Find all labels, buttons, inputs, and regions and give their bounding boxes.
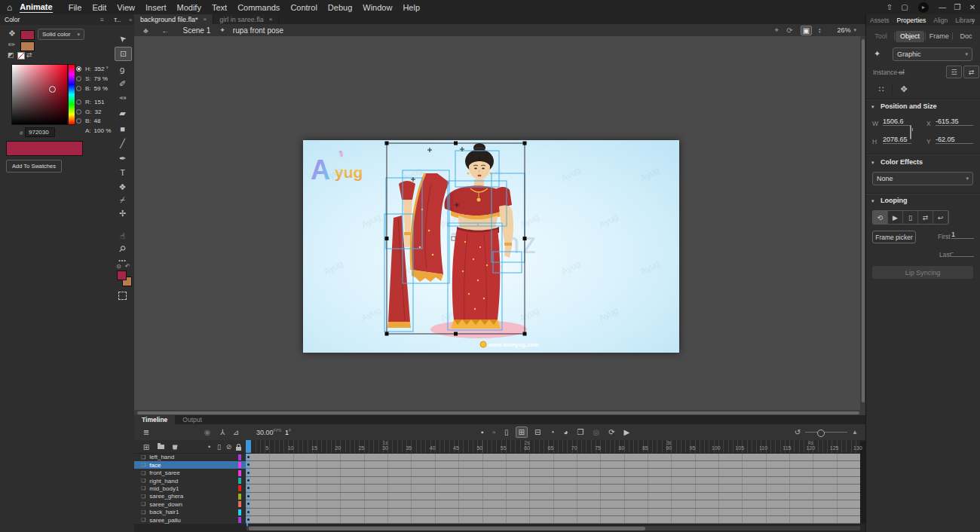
color-picker-marker[interactable] [49,86,56,93]
keyframe-cell[interactable] [246,500,250,507]
onion-skin-outlines-button[interactable]: ◕ [561,427,570,437]
layer-outline-color[interactable] [238,517,241,523]
delete-layer-button[interactable] [170,442,179,451]
keyframe-cell[interactable] [246,493,250,500]
subtab-frame[interactable]: Frame [926,31,951,42]
clip-content-button[interactable]: ▣ [801,26,812,35]
layer-outline-color[interactable] [238,478,241,484]
layer-frames-mid_body1[interactable] [246,485,860,492]
width-field[interactable]: 1506.6 [883,118,911,126]
play-once-button[interactable]: ▶ [888,211,903,224]
layer-name[interactable]: left_hand [149,454,174,460]
layer-frames-back_hair1[interactable] [246,509,860,516]
hsb-value[interactable]: 79 % [94,75,108,82]
canvas-pasteboard[interactable]: AyugAyugAyugAyugAyugAyugAyugAyugAyugAyug… [134,36,865,410]
layer-name[interactable]: back_hair1 [149,509,179,515]
layer-name[interactable]: saree_down [149,501,182,508]
hsb-radio[interactable] [76,76,81,81]
fill-color-swatch[interactable] [20,30,35,40]
subtab-doc[interactable]: Doc [954,31,978,42]
close-icon[interactable]: × [269,16,273,23]
document-tab[interactable]: background file.fla*× [134,14,213,24]
panel-tab-assets[interactable]: Assets [870,17,890,24]
zoom-stepper[interactable]: ▴▾ [819,27,821,33]
reset-timeline-zoom-button[interactable]: ↺ [795,428,801,436]
menu-file[interactable]: File [69,3,82,12]
rectangle-tool[interactable]: ■ [115,122,130,135]
line-tool[interactable]: ╱ [115,137,130,150]
rotation-icon[interactable]: ⟳ [786,26,792,35]
rgba-value[interactable]: 48 [94,118,101,124]
frame-picker-button[interactable]: Frame picker [872,231,916,243]
rgba-radio[interactable] [76,118,81,124]
layer-name[interactable]: front_saree [149,469,179,476]
y-field[interactable]: -62.05 [936,136,973,144]
hsb-value[interactable]: 352 ° [94,66,109,72]
reverse-loop-button[interactable]: ⇄ [918,211,933,224]
asset-warp-tool[interactable]: ✢ [115,207,130,220]
outline-toggle[interactable]: ▯ [215,442,223,451]
layer-frames-right_hand[interactable] [246,477,860,485]
rgba-value[interactable]: 32 [94,109,101,115]
timeline-zoom-slider[interactable] [805,432,847,433]
selection-tool[interactable]: ➤ [115,32,130,45]
keyframe-cell[interactable] [246,461,250,468]
panel-tab-properties[interactable]: Properties [897,17,926,24]
insert-keyframe-button[interactable]: ▪ [479,427,486,437]
auto-keyframe-button[interactable]: ⊞ [516,427,528,438]
lock-toggle[interactable] [234,442,243,451]
close-icon[interactable]: × [204,16,207,23]
free-transform-tool[interactable]: ⊡ [115,47,132,61]
hide-toggle[interactable]: ⊘ [225,442,233,451]
chevron-down-icon[interactable]: ▾ [871,160,874,166]
insert-frame-button[interactable]: ▯ [502,427,511,437]
rgba-value[interactable]: 100 % [94,127,112,134]
menu-insert[interactable]: Insert [145,3,167,12]
play-button[interactable]: ▶ [622,427,632,437]
layer-name[interactable]: mid_body1 [149,485,179,492]
fill-bucket-icon[interactable]: ❖ [8,29,16,38]
single-frame-button[interactable]: ▯ [903,211,918,224]
panel-tab-align[interactable]: Align [933,17,948,24]
layer-outline-color[interactable] [238,501,241,507]
document-tab[interactable]: girl in saree.fla× [213,14,279,24]
workspace-icon[interactable]: ▢ [897,3,912,11]
brush-tool[interactable]: ✐ [115,78,130,90]
camera-icon[interactable]: ◉ [201,424,214,440]
color-type-dropdown[interactable]: Solid color ▾ [38,29,84,40]
frames-graph-icon[interactable]: ⊿ [229,424,243,440]
text-tool[interactable]: T [115,166,130,179]
panel-menu-icon[interactable]: ≡ [100,16,104,23]
home-icon[interactable]: ⌂ [7,2,12,13]
restore-icon[interactable]: ❐ [950,3,965,11]
hsb-radio[interactable] [76,86,81,91]
keyframe-cell[interactable] [246,454,250,460]
canvas-horizontal-scrollbar[interactable] [134,410,865,415]
timeline-ruler[interactable]: 5101520253035404550556065707580859095100… [246,440,860,454]
insert-blank-keyframe-button[interactable]: ▫ [491,427,498,437]
rgba-radio[interactable] [76,99,81,105]
keyframe-cell[interactable] [246,477,250,484]
menu-help[interactable]: Help [403,3,420,12]
stage-icon[interactable]: ♣ [143,26,149,35]
zoom-level-value[interactable]: 26% [823,26,850,34]
hand-tool[interactable]: ☝ [115,230,130,243]
x-field[interactable]: -615.35 [936,118,973,126]
menu-view[interactable]: View [117,3,135,12]
advanced-layers-icon[interactable]: ⅄ [216,424,229,440]
hex-input[interactable]: 972030 [25,127,55,137]
layer-outline-color[interactable] [238,454,241,460]
last-frame-field[interactable]: - [951,249,974,257]
paint-bucket-tool[interactable]: ❖ [115,181,130,194]
onion-range-button[interactable]: ◎ [590,427,602,437]
swap-symbol-icon[interactable]: ⇄ [963,66,979,78]
first-frame-field[interactable]: 1 [951,231,974,239]
edit-multiple-frames-button[interactable]: ❐ [574,427,586,437]
rgba-value[interactable]: 151 [94,99,104,105]
snap-to-objects-icon[interactable]: ⊙ [116,263,121,270]
chevron-down-icon[interactable]: ▾ [853,27,856,33]
menu-commands[interactable]: Commands [237,3,280,12]
onion-skin-button[interactable]: ◔ [547,427,556,437]
show-all-toggle[interactable]: • [205,442,213,451]
height-field[interactable]: 2078.65 [883,136,911,144]
